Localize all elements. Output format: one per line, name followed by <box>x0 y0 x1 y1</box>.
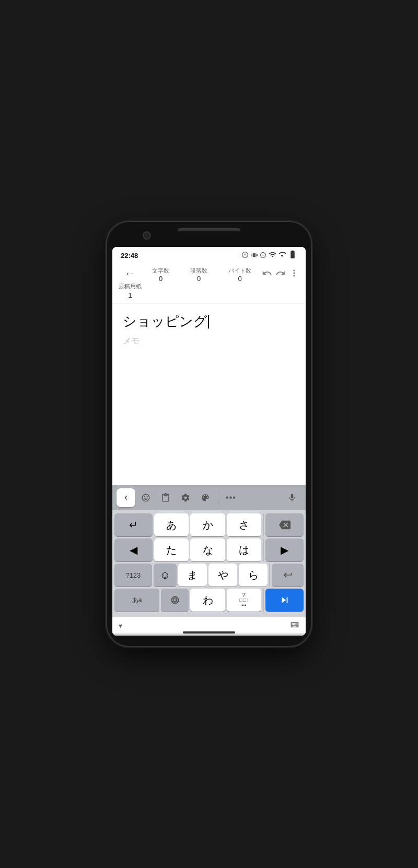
back-section[interactable]: ← 原稿用紙 1 <box>119 266 142 299</box>
home-indicator <box>183 631 235 634</box>
char-count-value: 0 <box>159 275 162 283</box>
kb-separator-4 <box>263 589 264 612</box>
screen: 22:48 <box>112 247 306 636</box>
paragraph-count-label: 段落数 <box>190 267 207 275</box>
back-value: 1 <box>128 291 132 299</box>
kb-row-3: ?123 ☺ ま や ら <box>114 564 304 587</box>
kb-punct-key[interactable]: ? □□! ••• <box>227 589 261 612</box>
wifi-icon <box>269 251 276 261</box>
kb-separator-2 <box>263 538 264 561</box>
kb-emoji-face-button[interactable] <box>136 488 155 507</box>
kb-keyboard-icon[interactable] <box>290 620 299 631</box>
kb-emoji-key[interactable]: ☺ <box>154 564 177 587</box>
byte-count-value: 0 <box>238 275 241 283</box>
note-placeholder: メモ <box>123 336 295 347</box>
kb-newline-key[interactable] <box>272 564 304 587</box>
char-count-label: 文字数 <box>152 267 169 275</box>
kb-enter-key[interactable]: ↵ <box>114 513 153 536</box>
battery-icon <box>288 250 297 261</box>
paragraph-count-stat: 段落数 0 <box>190 267 207 283</box>
kb-a-key[interactable]: あ <box>154 513 189 536</box>
keyboard-main: ↵ あ か さ ◀ た な は <box>112 510 306 617</box>
stats-section: 文字数 0 段落数 0 バイト数 0 <box>142 266 262 283</box>
byte-count-stat: バイト数 0 <box>228 267 251 283</box>
keyboard-area: ••• ↵ あ か さ <box>112 485 306 636</box>
kb-wa-key[interactable]: わ <box>190 589 225 612</box>
kb-sa-key[interactable]: さ <box>227 513 261 536</box>
back-label: 原稿用紙 <box>119 283 142 290</box>
kb-ta-key[interactable]: た <box>154 538 189 561</box>
kb-globe-key[interactable] <box>161 589 189 612</box>
kb-ka-key[interactable]: か <box>190 513 225 536</box>
kb-num-key[interactable]: ?123 <box>114 564 152 587</box>
kb-backspace-key[interactable] <box>265 513 304 536</box>
content-area[interactable]: ショッピング メモ <box>112 304 306 485</box>
kb-left-arrow-key[interactable]: ◀ <box>114 538 153 561</box>
kb-na-key[interactable]: な <box>190 538 225 561</box>
more-button[interactable] <box>289 268 299 281</box>
keyboard-toolbar: ••• <box>112 485 306 510</box>
kb-ha-key[interactable]: は <box>227 538 261 561</box>
kb-dots-button[interactable]: ••• <box>222 488 240 507</box>
text-cursor <box>208 315 209 329</box>
kb-chevron-left-button[interactable] <box>117 488 135 507</box>
kb-ma-key[interactable]: ま <box>178 564 207 587</box>
vibrate-icon <box>251 252 258 260</box>
action-buttons <box>262 266 299 281</box>
dnd-circle-icon <box>260 252 266 260</box>
note-title-text: ショッピング <box>123 312 207 331</box>
kb-ra-key[interactable]: ら <box>239 564 268 587</box>
status-icons <box>241 250 297 261</box>
redo-button[interactable] <box>275 268 286 281</box>
undo-button[interactable] <box>262 268 272 281</box>
app-toolbar: ← 原稿用紙 1 文字数 0 段落数 0 バイト数 0 <box>112 264 306 304</box>
byte-count-label: バイト数 <box>228 267 251 275</box>
kb-gear-button[interactable] <box>176 488 195 507</box>
status-bar: 22:48 <box>112 247 306 264</box>
paragraph-count-value: 0 <box>197 275 201 283</box>
kb-palette-button[interactable] <box>196 488 215 507</box>
status-time: 22:48 <box>121 252 138 260</box>
dnd-icon <box>241 251 249 260</box>
signal-icon <box>278 251 286 260</box>
kb-row-1: ↵ あ か さ <box>114 513 304 536</box>
kb-ya-key[interactable]: や <box>208 564 237 587</box>
note-title[interactable]: ショッピング <box>123 312 295 331</box>
char-count-stat: 文字数 0 <box>152 267 169 283</box>
kb-row-4: あa わ ? □□! ••• <box>114 589 304 612</box>
back-button[interactable]: ← <box>124 266 136 281</box>
kb-clipboard-button[interactable] <box>156 488 175 507</box>
phone-frame: 22:48 <box>107 222 311 646</box>
kb-right-arrow-key[interactable]: ▶ <box>265 538 304 561</box>
kb-tab-key[interactable] <box>265 589 304 612</box>
kb-row-2: ◀ た な は ▶ <box>114 538 304 561</box>
kb-separator-3 <box>269 564 270 587</box>
camera <box>143 231 151 240</box>
kb-mic-button[interactable] <box>283 488 301 507</box>
kb-toolbar-divider <box>218 490 218 505</box>
kb-kana-switch-key[interactable]: あa <box>114 589 159 612</box>
kb-separator-1 <box>263 513 264 536</box>
kb-collapse-button[interactable]: ▾ <box>119 621 122 630</box>
